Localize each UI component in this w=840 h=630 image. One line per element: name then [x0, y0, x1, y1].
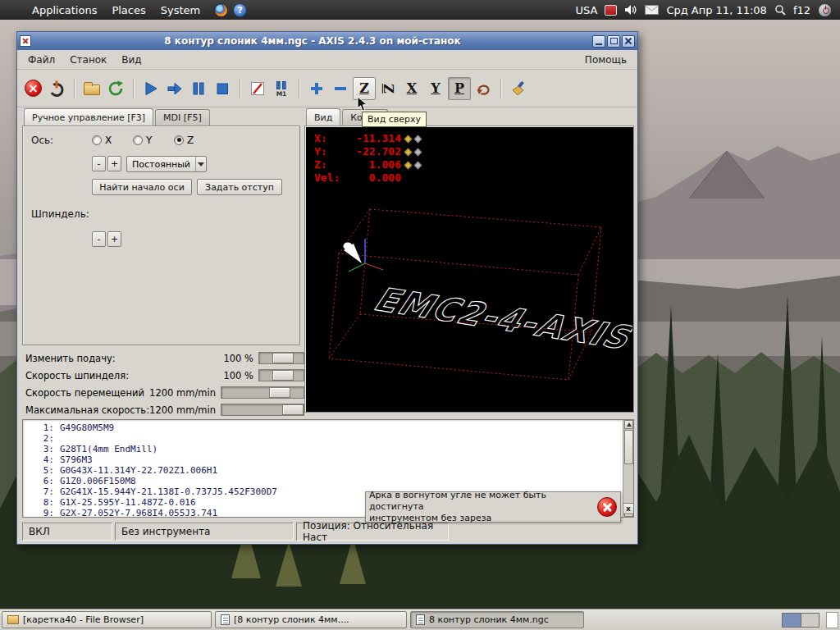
run-icon	[143, 80, 159, 97]
home-axis-button[interactable]: Найти начало оси	[92, 179, 192, 195]
taskbar-item-axis-minimized[interactable]: [8 контур слоник 4мм....	[215, 611, 407, 628]
maximize-button[interactable]	[607, 35, 620, 48]
feed-override-label: Изменить подачу:	[25, 353, 116, 364]
preview-canvas[interactable]: EMC2-4-AXIS X:-11.314 Y:-22.702 Z:1.006 …	[306, 127, 632, 411]
clear-plot-button[interactable]	[507, 77, 530, 100]
skip-lines-button[interactable]	[246, 77, 269, 100]
rotated-top-view-button[interactable]: Z	[377, 77, 399, 100]
perspective-view-button[interactable]: P	[448, 77, 471, 100]
slider-thumb[interactable]	[272, 370, 294, 381]
menu-machine[interactable]: Станок	[62, 52, 114, 67]
keyboard-layout-label[interactable]: USA	[575, 4, 597, 16]
limit-icon	[414, 148, 422, 156]
minimize-button[interactable]	[592, 35, 605, 48]
zoom-out-icon	[333, 81, 348, 96]
machine-power-button[interactable]	[45, 77, 68, 100]
step-button[interactable]	[163, 77, 186, 100]
reload-button[interactable]	[104, 77, 127, 100]
spindle-plus-button[interactable]: +	[107, 231, 121, 247]
run-button[interactable]	[139, 77, 162, 100]
window-icon	[20, 35, 31, 47]
scrollbar-thumb[interactable]	[624, 430, 633, 464]
estop-button[interactable]	[21, 77, 44, 100]
toolbar: M1 Z Z X Y P	[17, 70, 637, 107]
status-position-mode: Позиция: Относительная Наст	[296, 523, 449, 541]
feed-override-slider[interactable]	[258, 352, 304, 364]
scroll-up-icon[interactable]	[624, 420, 633, 429]
axis-radio-y[interactable]: Y	[133, 134, 155, 146]
clear-plot-icon	[510, 80, 527, 97]
workspace-2[interactable]	[801, 614, 819, 627]
gcode-line[interactable]: 6:G1Z0.006F150M8	[26, 476, 620, 486]
stop-button[interactable]	[211, 77, 234, 100]
gcode-line[interactable]: 1:G49G80M5M9	[26, 422, 620, 433]
tab-manual-control[interactable]: Ручное управление [F3]	[24, 108, 153, 126]
axis-label: Ось:	[31, 135, 53, 146]
gcode-line[interactable]: 5:G0G43X-11.314Y-22.702Z1.006H1	[26, 465, 620, 476]
tab-mdi[interactable]: MDI [F5]	[155, 109, 210, 126]
dismiss-all-notifications-button[interactable]: x	[623, 503, 634, 514]
document-icon	[416, 614, 425, 625]
menu-help[interactable]: Помощь	[578, 52, 634, 67]
front-view-button[interactable]: Y	[424, 77, 447, 100]
pause-button[interactable]	[187, 77, 210, 100]
gcode-line[interactable]: 2:	[26, 433, 620, 444]
zoom-out-button[interactable]	[329, 77, 352, 100]
zoom-in-button[interactable]	[305, 77, 328, 100]
firefox-launcher-icon[interactable]	[214, 3, 228, 17]
slider-thumb[interactable]	[269, 387, 290, 398]
system-menu[interactable]: System	[153, 0, 208, 20]
keyboard-layout-icon[interactable]	[605, 5, 617, 16]
jog-speed-row: Скорость перемещений 1200 mm/min	[24, 385, 303, 400]
axis-radio-z[interactable]: Z	[174, 134, 197, 146]
side-view-letter: X	[407, 82, 417, 95]
workspace-switcher[interactable]	[782, 613, 819, 628]
axis-radio-x[interactable]: X	[92, 134, 115, 146]
show-desktop-corner[interactable]	[826, 612, 838, 628]
zoom-in-icon	[309, 81, 324, 96]
applications-menu[interactable]: Applications	[25, 0, 104, 20]
titlebar[interactable]: 8 контур слоник 4мм.ngc - AXIS 2.4.3 on …	[17, 32, 637, 50]
touch-off-button[interactable]: Задать отступ	[197, 179, 282, 195]
workspace-1[interactable]	[783, 614, 801, 627]
tab-preview[interactable]: Вид	[306, 108, 340, 126]
notification-close-icon[interactable]	[597, 497, 617, 517]
open-file-button[interactable]	[80, 77, 103, 100]
toolbar-separator	[133, 79, 135, 98]
radio-z-label: Z	[187, 135, 194, 146]
task-label: [каретка40 - File Browser]	[23, 614, 144, 625]
taskbar-item-axis-active[interactable]: 8 контур слоник 4мм.ngc	[410, 611, 584, 628]
taskbar-item-file-browser[interactable]: [каретка40 - File Browser]	[2, 611, 212, 628]
spindle-minus-button[interactable]: -	[92, 231, 106, 247]
jog-speed-slider[interactable]	[221, 386, 304, 399]
optional-stop-button[interactable]: M1	[270, 77, 293, 100]
gcode-line[interactable]: 4:S796M3	[26, 454, 620, 465]
status-tool: Без инструмента	[115, 523, 294, 541]
slider-thumb[interactable]	[282, 404, 304, 415]
search-icon[interactable]	[774, 4, 786, 16]
volume-icon[interactable]	[624, 4, 637, 16]
max-velocity-slider[interactable]	[221, 404, 304, 416]
slider-thumb[interactable]	[272, 353, 294, 363]
help-launcher-icon[interactable]: ?	[233, 3, 247, 17]
clock[interactable]: Срд Апр 11, 11:08	[666, 4, 767, 16]
jog-minus-button[interactable]: -	[92, 156, 106, 171]
spindle-override-slider[interactable]	[258, 369, 304, 381]
jog-increment-select[interactable]: Постоянный	[126, 156, 207, 172]
mail-icon[interactable]	[645, 5, 659, 15]
side-view-button[interactable]: X	[400, 77, 423, 100]
homed-icon	[404, 148, 413, 156]
menu-file[interactable]: Файл	[21, 52, 62, 67]
gcode-line[interactable]: 3:G28T1(4mm EndMill)	[26, 444, 620, 454]
shutdown-icon[interactable]	[818, 3, 832, 17]
radio-y-label: Y	[146, 135, 152, 146]
status-machine-state: ВКЛ	[22, 523, 112, 541]
jog-plus-button[interactable]: +	[107, 156, 121, 171]
places-menu[interactable]: Places	[104, 0, 153, 20]
rotate-view-button[interactable]	[472, 77, 495, 100]
manual-control-panel: Ось: X Y Z - + Постоянный Найти начало о…	[22, 126, 300, 345]
dro-z-value: 1.006	[344, 158, 401, 171]
close-button[interactable]	[622, 35, 635, 48]
menu-view[interactable]: Вид	[114, 52, 148, 67]
document-icon	[221, 614, 230, 625]
